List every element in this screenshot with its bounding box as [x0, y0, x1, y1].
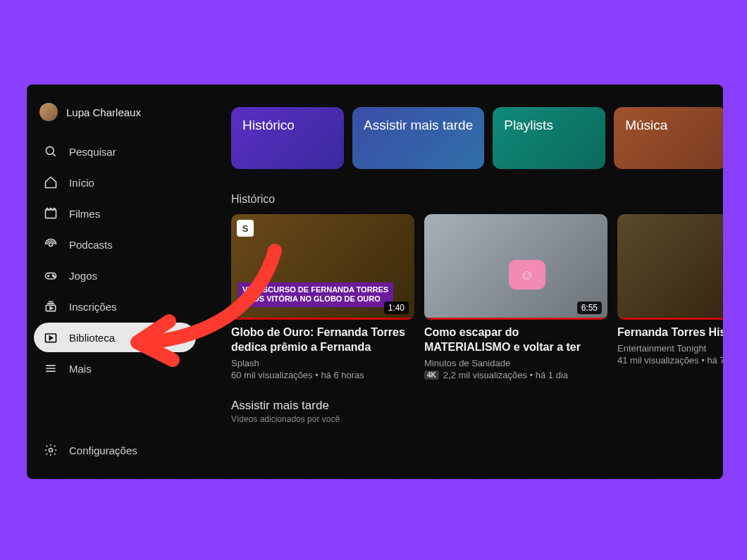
video-meta: 60 mil visualizações • há 6 horas	[231, 370, 414, 380]
section-heading-watch-later: Assistir mais tarde	[231, 399, 723, 413]
sidebar-item-games[interactable]: Jogos	[34, 261, 196, 290]
video-meta: 4K 2,2 mil visualizações • há 1 dia	[424, 370, 607, 380]
video-meta: 41 mil visualizações • há 7 horas	[617, 355, 723, 366]
svg-point-6	[54, 276, 55, 278]
home-icon	[44, 175, 58, 189]
sidebar-item-label: Filmes	[69, 208, 100, 220]
history-row: S VE DISCURSO DE FERNANDA TORRES APÓS VI…	[231, 214, 723, 380]
podcast-icon	[44, 237, 58, 251]
sidebar-item-movies[interactable]: Filmes	[34, 199, 196, 228]
svg-point-3	[49, 243, 53, 247]
sidebar-item-library[interactable]: Biblioteca	[34, 323, 196, 352]
sidebar-nav: Pesquisar Início Filmes Podcasts	[27, 137, 203, 383]
user-name: Lupa Charleaux	[66, 106, 141, 118]
main-content: Histórico Assistir mais tarde Playlists …	[203, 85, 723, 479]
sidebar-item-label: Jogos	[69, 270, 97, 282]
resolution-badge: 4K	[424, 371, 439, 380]
watch-later-subtitle: Vídeos adicionados por você	[231, 414, 723, 424]
sidebar: Lupa Charleaux Pesquisar Início Filmes	[27, 85, 203, 479]
chip-watch-later[interactable]: Assistir mais tarde	[352, 107, 484, 169]
library-tabs-row: Histórico Assistir mais tarde Playlists …	[231, 107, 723, 169]
video-title: Como escapar do MATERIALISMO e voltar a …	[424, 325, 607, 355]
sidebar-item-subscriptions[interactable]: Inscrições	[34, 292, 196, 321]
video-duration: 6:55	[577, 301, 602, 314]
sidebar-item-label: Pesquisar	[69, 146, 116, 158]
sidebar-item-settings[interactable]: Configurações	[34, 435, 196, 465]
thumbnail-overlay-text: VE DISCURSO DE FERNANDA TORRES APÓS VITÓ…	[238, 282, 393, 308]
video-card[interactable]: Fernanda Torres History After Be Enterta…	[617, 214, 723, 380]
video-duration: 1:40	[384, 301, 409, 314]
gamepad-icon	[44, 268, 58, 282]
sidebar-item-podcasts[interactable]: Podcasts	[34, 230, 196, 259]
sidebar-item-label: Início	[69, 177, 94, 189]
video-card[interactable]: S VE DISCURSO DE FERNANDA TORRES APÓS VI…	[231, 214, 414, 380]
sidebar-item-label: Inscrições	[69, 301, 117, 313]
menu-icon	[44, 361, 58, 375]
library-icon	[44, 330, 58, 344]
section-heading-history: Histórico	[231, 193, 723, 206]
youtube-tv-screen: Lupa Charleaux Pesquisar Início Filmes	[27, 85, 723, 479]
chip-music[interactable]: Música	[614, 107, 723, 169]
sidebar-item-label: Configurações	[69, 444, 137, 456]
video-thumbnail: ☺ 6:55	[424, 214, 607, 320]
svg-rect-2	[46, 210, 56, 218]
smile-sticker-icon: ☺	[509, 260, 545, 290]
sidebar-item-label: Mais	[69, 363, 92, 375]
svg-point-0	[46, 147, 54, 154]
search-icon	[44, 144, 58, 158]
video-channel: Entertainment Tonight	[617, 343, 723, 354]
video-thumbnail: S VE DISCURSO DE FERNANDA TORRES APÓS VI…	[231, 214, 414, 320]
video-title: Globo de Ouro: Fernanda Torres dedica pr…	[231, 325, 414, 355]
channel-badge: S	[237, 220, 254, 237]
svg-point-12	[49, 449, 53, 452]
sidebar-item-search[interactable]: Pesquisar	[34, 137, 196, 166]
chip-history[interactable]: Histórico	[231, 107, 344, 169]
video-thumbnail	[617, 214, 723, 320]
sidebar-item-label: Podcasts	[69, 239, 113, 251]
sidebar-item-label: Biblioteca	[69, 332, 115, 344]
avatar	[39, 103, 58, 121]
chip-playlists[interactable]: Playlists	[493, 107, 605, 169]
sidebar-item-home[interactable]: Início	[34, 168, 196, 197]
video-title: Fernanda Torres History After Be	[617, 325, 723, 340]
gear-icon	[44, 443, 58, 457]
video-channel: Splash	[231, 358, 414, 368]
account-row[interactable]: Lupa Charleaux	[27, 103, 203, 137]
sidebar-item-more[interactable]: Mais	[34, 354, 196, 383]
svg-line-1	[53, 154, 56, 156]
video-channel: Minutos de Sanidade	[424, 358, 607, 368]
subscriptions-icon	[44, 299, 58, 313]
video-card[interactable]: ☺ 6:55 Como escapar do MATERIALISMO e vo…	[424, 214, 607, 380]
film-icon	[44, 206, 58, 220]
